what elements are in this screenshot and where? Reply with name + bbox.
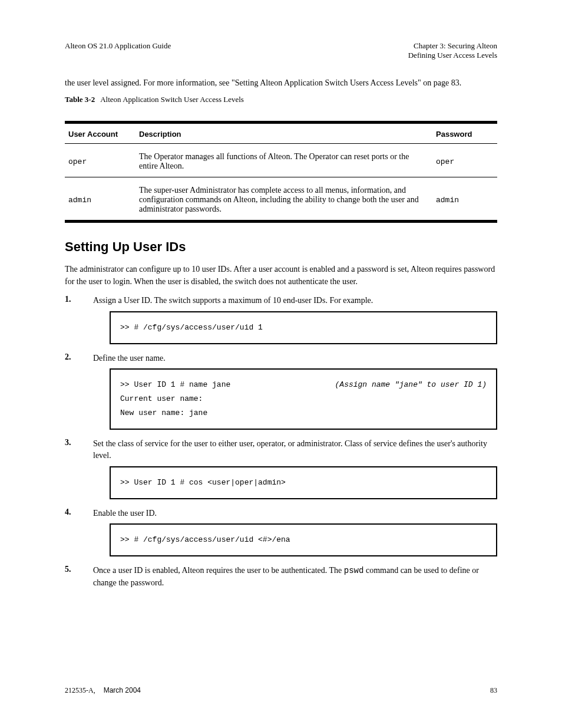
code-block-2: >> User ID 1 # name jane(Assign name "ja… [110, 368, 497, 430]
table-header-account: User Account [65, 123, 135, 144]
code-annotation: (Assign name "jane" to user ID 1) [335, 378, 487, 392]
step-4: 4. Enable the user ID. [65, 508, 497, 519]
page-footer: 212535-A, March 2004 83 [65, 686, 497, 695]
table-caption-number: Table 3-2 [65, 95, 95, 104]
step-description: Enable the user ID. [93, 508, 497, 519]
step-mono: pswd [344, 566, 364, 575]
step-5: 5. Once a user ID is enabled, Alteon req… [65, 565, 497, 588]
step-description: Define the user name. [93, 353, 497, 364]
section-heading: Setting Up User IDs [65, 239, 497, 255]
table-header-description: Description [135, 123, 432, 144]
intro-paragraph: the user level assigned. For more inform… [65, 77, 497, 89]
table-header-password: Password [432, 123, 497, 144]
step-number: 3. [65, 438, 82, 461]
step-number: 4. [65, 508, 82, 519]
table-caption-text: Alteon Application Switch User Access Le… [100, 95, 244, 104]
cell-account: oper [65, 144, 135, 177]
code-text: Current user name: [120, 394, 203, 403]
table-row: admin The super-user Administrator has c… [65, 177, 497, 222]
footer-page-number: 83 [490, 686, 497, 695]
step-1: 1. Assign a User ID. The switch supports… [65, 295, 497, 307]
code-block-4: >> # /cfg/sys/access/user/uid <#>/ena [110, 523, 497, 556]
code-text: New user name: jane [120, 409, 207, 417]
table-row: oper The Operator manages all functions … [65, 144, 497, 177]
code-text: >> User ID 1 # name jane [120, 380, 230, 389]
code-block-3: >> User ID 1 # cos <user|oper|admin> [110, 466, 497, 499]
section-intro: The administrator can configure up to 10… [65, 263, 497, 288]
step-3: 3. Set the class of service for the user… [65, 438, 497, 461]
step-number: 1. [65, 295, 82, 307]
step-description: Set the class of service for the user to… [93, 438, 497, 461]
step-number: 2. [65, 353, 82, 364]
step-text: Once a user ID is enabled, Alteon requir… [93, 566, 344, 575]
header-doc-title: Alteon OS 21.0 Application Guide [65, 41, 171, 51]
step-description: Once a user ID is enabled, Alteon requir… [93, 565, 497, 588]
step-description: Assign a User ID. The switch supports a … [93, 295, 497, 307]
step-number: 5. [65, 565, 82, 588]
code-block-1: >> # /cfg/sys/access/user/uid 1 [110, 311, 497, 344]
cell-description: The Operator manages all functions of Al… [135, 144, 432, 177]
step-2: 2. Define the user name. [65, 353, 497, 364]
cell-account: admin [65, 177, 135, 222]
header-section: Defining User Access Levels [408, 51, 497, 60]
cell-description: The super-user Administrator has complet… [135, 177, 432, 222]
table-caption: Table 3-2 Alteon Application Switch User… [65, 95, 497, 104]
footer-docnum: 212535-A, [65, 686, 95, 695]
page-header: Alteon OS 21.0 Application Guide Chapter… [65, 41, 497, 60]
cell-password: oper [432, 144, 497, 177]
footer-date: March 2004 [104, 686, 141, 695]
cell-password: admin [432, 177, 497, 222]
user-access-table: User Account Description Password oper T… [65, 121, 497, 223]
header-chapter: Chapter 3: Securing Alteon [414, 41, 497, 51]
